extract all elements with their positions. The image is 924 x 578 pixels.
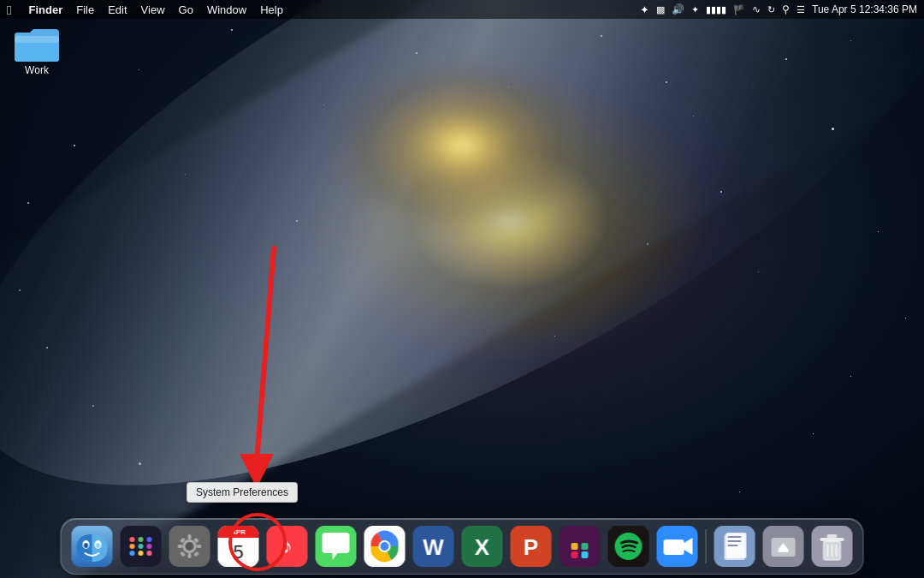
svg-rect-25	[188, 553, 192, 558]
svg-point-17	[147, 544, 152, 549]
dock: APR 5 ♪	[61, 518, 864, 575]
downloads-icon	[763, 526, 804, 567]
folder-label: Work	[25, 64, 49, 76]
dock-item-spotify[interactable]	[607, 524, 651, 569]
app-name[interactable]: Finder	[28, 3, 62, 16]
tooltip-text: System Preferences	[196, 486, 288, 498]
launchpad-icon	[121, 526, 162, 567]
slack-icon	[560, 526, 601, 567]
menu-edit[interactable]: Edit	[108, 3, 127, 16]
wifi-icon[interactable]: ∿	[752, 3, 761, 15]
desktop-folder-work[interactable]: Work	[7, 24, 67, 76]
svg-rect-45	[560, 526, 601, 567]
menubar-right: ✦ ▩ 🔊 ✦ ▮▮▮▮ 🏴 ∿ ↻ ⚲ ☰ Tue Apr 5 12:34:3…	[640, 3, 917, 16]
svg-rect-53	[664, 539, 684, 555]
svg-text:P: P	[524, 534, 538, 560]
svg-point-23	[186, 542, 194, 551]
battery-icon[interactable]: ▮▮▮▮	[706, 4, 726, 15]
svg-rect-68	[827, 534, 838, 538]
dock-item-downloads[interactable]	[761, 524, 806, 569]
dock-item-powerpoint[interactable]: P	[509, 524, 554, 569]
dock-item-slack[interactable]	[558, 524, 602, 569]
svg-point-15	[130, 544, 135, 549]
svg-point-13	[139, 537, 144, 542]
svg-point-12	[130, 537, 135, 542]
svg-point-18	[130, 551, 135, 556]
flag-icon[interactable]: 🏴	[733, 4, 745, 15]
dock-item-files[interactable]	[713, 524, 757, 569]
cast-icon[interactable]: ▩	[656, 4, 665, 15]
svg-rect-64	[779, 550, 789, 552]
folder-icon	[15, 24, 59, 62]
dock-item-trash[interactable]	[810, 524, 855, 569]
volume-icon[interactable]: 🔊	[672, 3, 684, 15]
desktop:  Finder File Edit View Go Window Help ✦…	[0, 0, 924, 578]
trash-icon	[812, 526, 853, 567]
dock-item-messages[interactable]	[314, 524, 358, 569]
finder-icon	[72, 526, 113, 567]
dock-item-finder[interactable]	[70, 524, 115, 569]
spotify-icon	[608, 526, 649, 567]
svg-point-38	[381, 542, 389, 551]
menubar:  Finder File Edit View Go Window Help ✦…	[0, 0, 924, 19]
datetime-display[interactable]: Tue Apr 5 12:34:36 PM	[812, 3, 917, 15]
dock-item-music[interactable]: ♪	[265, 524, 310, 569]
time-machine-icon[interactable]: ↻	[767, 4, 775, 15]
dock-item-word[interactable]: W	[412, 524, 456, 569]
files-icon	[714, 526, 755, 567]
zoom-icon	[657, 526, 698, 567]
svg-rect-48	[572, 551, 578, 558]
svg-rect-58	[728, 536, 742, 538]
svg-rect-46	[572, 543, 578, 550]
svg-text:W: W	[423, 534, 444, 560]
dock-item-launchpad[interactable]	[119, 524, 163, 569]
menu-view[interactable]: View	[141, 3, 165, 16]
dropbox-icon[interactable]: ✦	[640, 3, 649, 16]
svg-point-19	[139, 551, 144, 556]
notifications-icon[interactable]: ☰	[797, 4, 805, 15]
bluetooth-icon[interactable]: ✦	[691, 4, 699, 15]
dock-item-calendar[interactable]: APR 5	[216, 524, 261, 569]
dock-item-excel[interactable]: X	[460, 524, 505, 569]
svg-text:X: X	[475, 534, 490, 560]
svg-rect-27	[197, 545, 202, 548]
dock-item-zoom[interactable]	[655, 524, 700, 569]
svg-text:♪: ♪	[282, 534, 293, 557]
svg-rect-60	[728, 545, 738, 546]
powerpoint-icon: P	[511, 526, 552, 567]
svg-rect-2	[15, 36, 59, 43]
excel-icon: X	[462, 526, 503, 567]
svg-rect-24	[188, 534, 192, 539]
menu-go[interactable]: Go	[179, 3, 193, 16]
galaxy-core	[325, 51, 599, 240]
menu-file[interactable]: File	[76, 3, 94, 16]
svg-rect-59	[728, 540, 742, 542]
svg-rect-49	[582, 551, 589, 558]
dock-separator	[706, 529, 707, 563]
chrome-icon	[364, 526, 406, 567]
word-icon: W	[413, 526, 454, 567]
system-preferences-icon	[169, 526, 210, 567]
music-icon: ♪	[267, 526, 308, 567]
spotlight-icon[interactable]: ⚲	[782, 3, 790, 15]
system-preferences-tooltip: System Preferences	[187, 482, 298, 503]
svg-rect-67	[820, 538, 844, 541]
menubar-left:  Finder File Edit View Go Window Help	[7, 3, 283, 17]
dock-item-system-preferences[interactable]	[168, 524, 212, 569]
dock-item-chrome[interactable]	[363, 524, 407, 569]
apple-menu[interactable]: 	[7, 3, 11, 17]
menu-window[interactable]: Window	[207, 3, 246, 16]
menu-help[interactable]: Help	[260, 3, 283, 16]
svg-point-9	[84, 543, 88, 548]
calendar-icon: APR 5	[218, 526, 259, 567]
svg-rect-47	[582, 543, 589, 550]
messages-icon	[316, 526, 357, 567]
svg-point-14	[147, 537, 152, 542]
svg-rect-26	[178, 545, 183, 548]
svg-point-10	[96, 543, 100, 548]
svg-point-20	[147, 551, 152, 556]
svg-point-16	[139, 544, 144, 549]
